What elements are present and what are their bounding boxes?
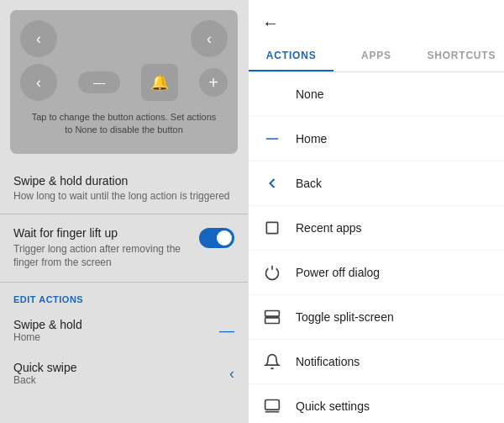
quick-swipe-action-text: Quick swipe Back bbox=[13, 361, 229, 386]
swipe-hold-section: Swipe & hold duration How long to wait u… bbox=[0, 164, 248, 214]
svg-rect-4 bbox=[265, 400, 280, 410]
btn-right-top[interactable]: ‹ bbox=[191, 20, 228, 57]
wait-subtitle: Trigger long action after removing the f… bbox=[13, 242, 192, 271]
quick-swipe-action-row[interactable]: Quick swipe Back ‹ bbox=[0, 352, 248, 395]
right-tabs: ACTIONS APPS SHORTCUTS bbox=[249, 40, 504, 72]
menu-item-recent[interactable]: Recent apps bbox=[249, 206, 504, 251]
edit-actions-label: EDIT ACTIONS bbox=[0, 283, 248, 309]
menu-item-home[interactable]: Home bbox=[249, 117, 504, 161]
svg-rect-1 bbox=[266, 222, 277, 233]
button-row-top: ‹ ‹ bbox=[20, 20, 228, 57]
quick-swipe-action-icon: ‹ bbox=[229, 365, 234, 383]
quick-settings-icon bbox=[262, 396, 282, 416]
home-icon bbox=[262, 129, 282, 149]
button-preview: ‹ ‹ ‹ — 🔔 + Tap to change the button act… bbox=[10, 10, 238, 154]
none-icon bbox=[262, 84, 282, 104]
menu-item-split[interactable]: Toggle split-screen bbox=[249, 295, 504, 340]
tab-apps[interactable]: APPS bbox=[333, 40, 418, 71]
menu-item-quick-settings[interactable]: Quick settings bbox=[249, 384, 504, 423]
quick-swipe-action-title: Quick swipe bbox=[13, 361, 229, 374]
btn-left-bottom[interactable]: ‹ bbox=[20, 64, 57, 101]
wait-for-finger-row: Wait for finger lift up Trigger long act… bbox=[0, 214, 248, 283]
menu-label-quick-settings: Quick settings bbox=[296, 399, 370, 413]
menu-item-back[interactable]: Back bbox=[249, 161, 504, 206]
menu-item-notifications[interactable]: Notifications bbox=[249, 340, 504, 384]
right-panel: ← ACTIONS APPS SHORTCUTS None Home Back bbox=[248, 0, 504, 423]
wait-text: Wait for finger lift up Trigger long act… bbox=[13, 226, 192, 271]
swipe-hold-action-title: Swipe & hold bbox=[13, 318, 219, 331]
quick-swipe-action-sub: Back bbox=[13, 374, 229, 386]
menu-item-none[interactable]: None bbox=[249, 72, 504, 117]
back-icon bbox=[262, 173, 282, 193]
button-row-bottom: ‹ — 🔔 + bbox=[20, 64, 228, 101]
swipe-hold-title: Swipe & hold duration bbox=[13, 174, 234, 188]
swipe-hold-action-icon: — bbox=[219, 322, 234, 340]
svg-rect-3 bbox=[265, 318, 280, 324]
svg-rect-2 bbox=[265, 311, 280, 317]
menu-label-power: Power off dialog bbox=[296, 266, 380, 279]
menu-label-home: Home bbox=[296, 132, 327, 145]
right-header: ← bbox=[249, 0, 504, 36]
finger-lift-toggle[interactable] bbox=[199, 228, 234, 248]
power-icon bbox=[262, 262, 282, 283]
menu-label-notifications: Notifications bbox=[296, 355, 360, 368]
left-panel: ‹ ‹ ‹ — 🔔 + Tap to change the button act… bbox=[0, 0, 248, 423]
swipe-hold-action-text: Swipe & hold Home bbox=[13, 318, 219, 343]
menu-item-power[interactable]: Power off dialog bbox=[249, 251, 504, 295]
tab-shortcuts[interactable]: SHORTCUTS bbox=[419, 40, 504, 71]
menu-label-split: Toggle split-screen bbox=[296, 310, 394, 324]
recent-icon bbox=[262, 218, 282, 238]
tab-actions[interactable]: ACTIONS bbox=[249, 40, 333, 71]
menu-label-none: None bbox=[296, 87, 323, 101]
menu-label-back: Back bbox=[296, 177, 322, 190]
swipe-hold-action-row[interactable]: Swipe & hold Home — bbox=[0, 309, 248, 352]
btn-left-top[interactable]: ‹ bbox=[20, 20, 57, 57]
swipe-hold-action-sub: Home bbox=[13, 331, 219, 343]
btn-bell[interactable]: 🔔 bbox=[141, 64, 178, 101]
split-icon bbox=[262, 307, 282, 327]
menu-label-recent: Recent apps bbox=[296, 221, 362, 235]
svg-rect-0 bbox=[266, 138, 279, 140]
menu-list: None Home Back Recent apps Power off dia bbox=[249, 72, 504, 423]
back-button[interactable]: ← bbox=[259, 10, 282, 36]
bell-icon bbox=[262, 352, 282, 372]
swipe-hold-subtitle: How long to wait until the long action i… bbox=[13, 189, 234, 204]
wait-title: Wait for finger lift up bbox=[13, 226, 192, 240]
btn-pill[interactable]: — bbox=[78, 71, 120, 93]
preview-caption: Tap to change the button actions. Set ac… bbox=[20, 108, 228, 144]
btn-add[interactable]: + bbox=[199, 68, 228, 97]
